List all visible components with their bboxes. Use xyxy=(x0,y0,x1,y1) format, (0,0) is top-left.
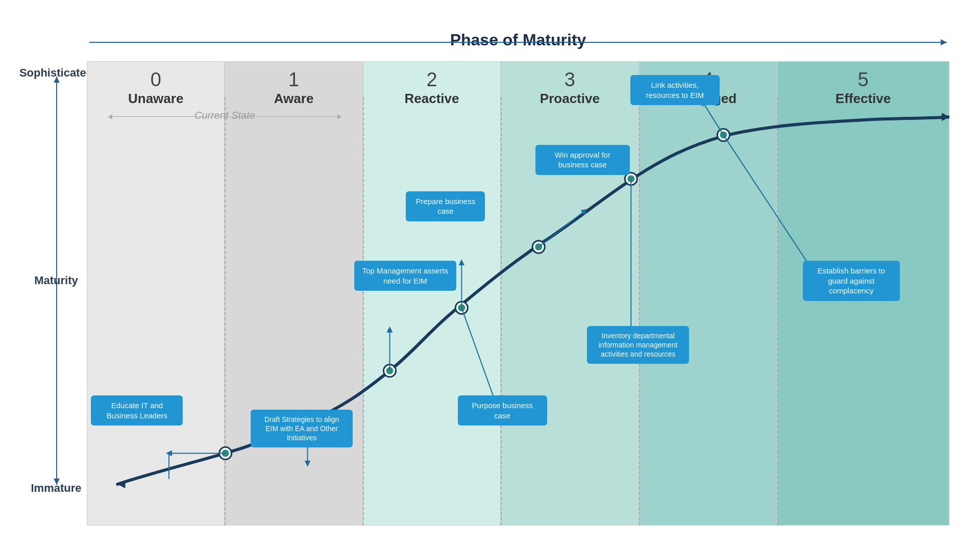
y-label-maturity: Maturity xyxy=(34,274,78,287)
info-box-purpose-business: Purpose business case xyxy=(458,395,547,425)
phase-title: Phase of Maturity xyxy=(450,31,586,49)
link-activities-text: Link activities, resources to EIM xyxy=(646,81,704,99)
chart-wrapper: Sophisticated Maturity Immature Phase of… xyxy=(31,26,949,525)
phase-header: Phase of Maturity xyxy=(87,31,949,49)
phase-arrow xyxy=(89,42,947,43)
y-label-immature: Immature xyxy=(31,482,81,495)
draft-strategies-text: Draft Strategies to align EIM with EA an… xyxy=(264,415,339,442)
info-box-top-management: Top Management asserts need for EIM xyxy=(354,261,456,291)
inventory-text: Inventory departmental information manag… xyxy=(599,332,678,358)
main-container: Sophisticated Maturity Immature Phase of… xyxy=(0,0,980,551)
svg-line-24 xyxy=(703,103,723,135)
y-label-sophisticated: Sophisticated xyxy=(19,66,93,80)
svg-marker-0 xyxy=(942,113,949,121)
info-box-educate-it: Educate IT and Business Leaders xyxy=(91,395,183,425)
info-box-establish-barriers: Establish barriers to guard against comp… xyxy=(803,261,900,301)
svg-line-22 xyxy=(538,211,585,247)
info-box-prepare-business: Prepare business case xyxy=(406,191,485,221)
y-axis: Sophisticated Maturity Immature xyxy=(31,66,82,495)
info-box-win-approval: Win approval for business case xyxy=(535,145,630,175)
win-approval-text: Win approval for business case xyxy=(555,151,610,169)
top-management-text: Top Management asserts need for EIM xyxy=(362,266,448,285)
educate-it-text: Educate IT and Business Leaders xyxy=(107,401,167,420)
info-box-link-activities: Link activities, resources to EIM xyxy=(630,75,720,105)
chart-area: 0 Unaware 1 Aware 2 Reactive 3 Proactive… xyxy=(87,61,949,525)
info-box-inventory: Inventory departmental information manag… xyxy=(587,326,689,364)
purpose-business-text: Purpose business case xyxy=(472,401,533,420)
current-state-label: Current State xyxy=(194,110,255,121)
establish-barriers-text: Establish barriers to guard against comp… xyxy=(817,266,885,295)
info-box-draft-strategies: Draft Strategies to align EIM with EA an… xyxy=(251,410,353,448)
prepare-business-text: Prepare business case xyxy=(415,197,475,216)
